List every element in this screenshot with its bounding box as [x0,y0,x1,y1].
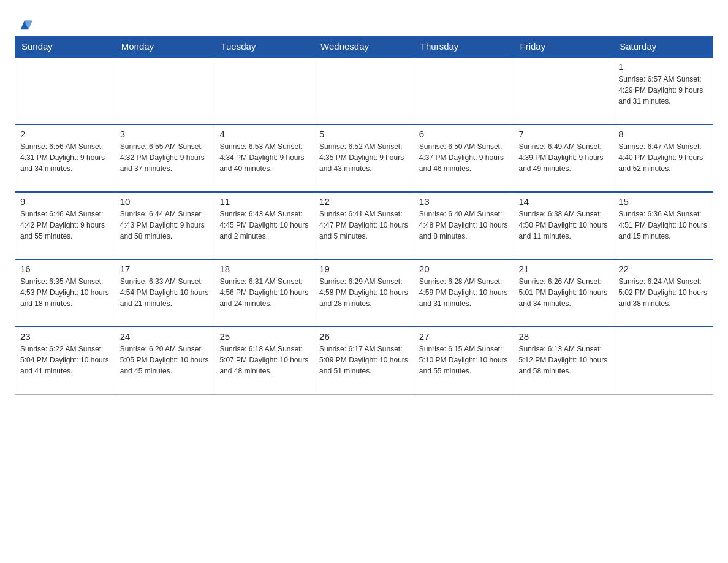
day-info: Sunrise: 6:43 AM Sunset: 4:45 PM Dayligh… [219,209,309,242]
calendar-cell: 6Sunrise: 6:50 AM Sunset: 4:37 PM Daylig… [414,124,514,192]
calendar-cell: 9Sunrise: 6:46 AM Sunset: 4:42 PM Daylig… [15,192,115,259]
day-number: 24 [120,331,210,342]
calendar-cell [613,327,713,394]
day-number: 11 [219,196,309,207]
day-info: Sunrise: 6:53 AM Sunset: 4:34 PM Dayligh… [219,141,309,174]
logo-icon [16,15,33,32]
calendar-cell: 21Sunrise: 6:26 AM Sunset: 5:01 PM Dayli… [514,259,613,327]
calendar-week-row: 23Sunrise: 6:22 AM Sunset: 5:04 PM Dayli… [15,327,713,394]
day-number: 28 [519,331,609,342]
day-number: 14 [519,196,609,207]
calendar-week-row: 2Sunrise: 6:56 AM Sunset: 4:31 PM Daylig… [15,124,713,192]
day-number: 9 [20,196,110,207]
day-of-week-header: Friday [514,36,613,58]
day-number: 20 [419,264,509,274]
day-number: 26 [319,331,409,342]
day-number: 10 [120,196,210,207]
day-info: Sunrise: 6:17 AM Sunset: 5:09 PM Dayligh… [319,343,409,377]
calendar-cell: 22Sunrise: 6:24 AM Sunset: 5:02 PM Dayli… [613,259,713,327]
day-info: Sunrise: 6:29 AM Sunset: 4:58 PM Dayligh… [319,276,409,309]
calendar-cell [514,57,613,124]
page-header [15,15,713,28]
calendar-week-row: 1Sunrise: 6:57 AM Sunset: 4:29 PM Daylig… [15,57,713,124]
day-number: 4 [219,129,309,139]
calendar-cell: 19Sunrise: 6:29 AM Sunset: 4:58 PM Dayli… [314,259,414,327]
day-of-week-header: Sunday [15,36,115,58]
day-info: Sunrise: 6:44 AM Sunset: 4:43 PM Dayligh… [120,209,210,242]
day-info: Sunrise: 6:47 AM Sunset: 4:40 PM Dayligh… [618,141,708,174]
day-number: 3 [120,129,210,139]
calendar-cell: 4Sunrise: 6:53 AM Sunset: 4:34 PM Daylig… [214,124,314,192]
day-number: 23 [20,331,110,342]
calendar-cell [214,57,314,124]
calendar-cell: 7Sunrise: 6:49 AM Sunset: 4:39 PM Daylig… [514,124,613,192]
calendar-cell: 17Sunrise: 6:33 AM Sunset: 4:54 PM Dayli… [115,259,214,327]
day-info: Sunrise: 6:50 AM Sunset: 4:37 PM Dayligh… [419,141,509,174]
day-number: 22 [618,264,708,274]
calendar-cell: 26Sunrise: 6:17 AM Sunset: 5:09 PM Dayli… [314,327,414,394]
calendar-cell [15,57,115,124]
calendar-week-row: 9Sunrise: 6:46 AM Sunset: 4:42 PM Daylig… [15,192,713,259]
day-info: Sunrise: 6:40 AM Sunset: 4:48 PM Dayligh… [419,209,509,242]
day-number: 18 [219,264,309,274]
day-info: Sunrise: 6:57 AM Sunset: 4:29 PM Dayligh… [618,74,708,107]
day-info: Sunrise: 6:33 AM Sunset: 4:54 PM Dayligh… [120,276,210,309]
calendar-cell: 16Sunrise: 6:35 AM Sunset: 4:53 PM Dayli… [15,259,115,327]
day-number: 17 [120,264,210,274]
day-info: Sunrise: 6:55 AM Sunset: 4:32 PM Dayligh… [120,141,210,174]
calendar-table: SundayMondayTuesdayWednesdayThursdayFrid… [15,36,713,395]
day-number: 19 [319,264,409,274]
day-info: Sunrise: 6:28 AM Sunset: 4:59 PM Dayligh… [419,276,509,309]
day-number: 16 [20,264,110,274]
day-info: Sunrise: 6:24 AM Sunset: 5:02 PM Dayligh… [618,276,708,309]
calendar-cell [414,57,514,124]
calendar-cell [314,57,414,124]
day-of-week-header: Wednesday [314,36,414,58]
day-of-week-header: Thursday [414,36,514,58]
day-info: Sunrise: 6:46 AM Sunset: 4:42 PM Dayligh… [20,209,110,242]
day-info: Sunrise: 6:13 AM Sunset: 5:12 PM Dayligh… [519,343,609,377]
day-info: Sunrise: 6:35 AM Sunset: 4:53 PM Dayligh… [20,276,110,309]
day-info: Sunrise: 6:18 AM Sunset: 5:07 PM Dayligh… [219,343,309,377]
day-number: 27 [419,331,509,342]
day-info: Sunrise: 6:15 AM Sunset: 5:10 PM Dayligh… [419,343,509,377]
day-number: 15 [618,196,708,207]
day-of-week-header: Monday [115,36,214,58]
day-number: 21 [519,264,609,274]
day-info: Sunrise: 6:38 AM Sunset: 4:50 PM Dayligh… [519,209,609,242]
day-of-week-header: Tuesday [214,36,314,58]
day-info: Sunrise: 6:20 AM Sunset: 5:05 PM Dayligh… [120,343,210,377]
calendar-cell: 2Sunrise: 6:56 AM Sunset: 4:31 PM Daylig… [15,124,115,192]
day-info: Sunrise: 6:41 AM Sunset: 4:47 PM Dayligh… [319,209,409,242]
calendar-cell: 25Sunrise: 6:18 AM Sunset: 5:07 PM Dayli… [214,327,314,394]
day-number: 2 [20,129,110,139]
calendar-cell: 11Sunrise: 6:43 AM Sunset: 4:45 PM Dayli… [214,192,314,259]
day-number: 8 [618,129,708,139]
day-number: 13 [419,196,509,207]
logo [15,15,33,28]
calendar-cell: 5Sunrise: 6:52 AM Sunset: 4:35 PM Daylig… [314,124,414,192]
calendar-week-row: 16Sunrise: 6:35 AM Sunset: 4:53 PM Dayli… [15,259,713,327]
calendar-cell: 3Sunrise: 6:55 AM Sunset: 4:32 PM Daylig… [115,124,214,192]
day-info: Sunrise: 6:36 AM Sunset: 4:51 PM Dayligh… [618,209,708,242]
day-info: Sunrise: 6:26 AM Sunset: 5:01 PM Dayligh… [519,276,609,309]
calendar-cell: 13Sunrise: 6:40 AM Sunset: 4:48 PM Dayli… [414,192,514,259]
day-info: Sunrise: 6:31 AM Sunset: 4:56 PM Dayligh… [219,276,309,309]
calendar-cell: 28Sunrise: 6:13 AM Sunset: 5:12 PM Dayli… [514,327,613,394]
day-number: 6 [419,129,509,139]
calendar-cell: 27Sunrise: 6:15 AM Sunset: 5:10 PM Dayli… [414,327,514,394]
day-number: 12 [319,196,409,207]
day-info: Sunrise: 6:52 AM Sunset: 4:35 PM Dayligh… [319,141,409,174]
calendar-cell: 8Sunrise: 6:47 AM Sunset: 4:40 PM Daylig… [613,124,713,192]
calendar-cell [115,57,214,124]
calendar-cell: 18Sunrise: 6:31 AM Sunset: 4:56 PM Dayli… [214,259,314,327]
day-info: Sunrise: 6:22 AM Sunset: 5:04 PM Dayligh… [20,343,110,377]
day-info: Sunrise: 6:49 AM Sunset: 4:39 PM Dayligh… [519,141,609,174]
day-number: 7 [519,129,609,139]
calendar-cell: 12Sunrise: 6:41 AM Sunset: 4:47 PM Dayli… [314,192,414,259]
calendar-cell: 20Sunrise: 6:28 AM Sunset: 4:59 PM Dayli… [414,259,514,327]
day-number: 25 [219,331,309,342]
calendar-cell: 23Sunrise: 6:22 AM Sunset: 5:04 PM Dayli… [15,327,115,394]
day-number: 1 [618,61,708,72]
day-of-week-header: Saturday [613,36,713,58]
